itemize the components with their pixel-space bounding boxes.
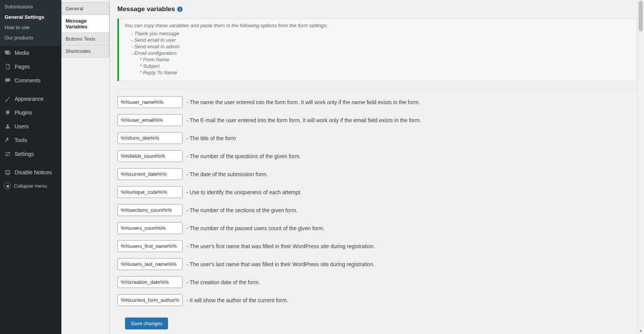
variable-token-input[interactable] [117, 294, 183, 306]
media-icon [4, 49, 12, 57]
page-title: Message variables i [117, 5, 636, 13]
sidebar-sub-submissions[interactable]: Submissions [0, 2, 61, 12]
variable-description: - The number of the passed users count o… [186, 225, 324, 231]
settings-tabs: General Message Variables Buttons Texts … [61, 0, 109, 334]
wp-admin-sidebar: Submissions General Settings How to use … [0, 0, 61, 334]
sidebar-item-appearance[interactable]: Appearance [0, 92, 61, 106]
sidebar-item-label: Users [15, 123, 29, 129]
notices-icon [4, 169, 12, 176]
scrollbar-thumb[interactable] [639, 1, 643, 31]
variable-row: - It will show the author of the current… [117, 294, 636, 306]
sidebar-sub-how-to-use[interactable]: How to use [0, 22, 61, 33]
sidebar-sub-general-settings[interactable]: General Settings [0, 12, 61, 22]
collapse-label: Collapse menu [14, 183, 47, 189]
variable-row: - The user's last name that was filled i… [117, 258, 636, 270]
variable-description: - The number of the sections of the give… [186, 207, 298, 213]
variable-token-input[interactable] [117, 240, 183, 252]
variable-row: - The name the user entered into the for… [117, 96, 636, 108]
users-icon [4, 123, 12, 130]
variable-row: - The date of the submission form. [117, 168, 636, 180]
sidebar-item-disable-notices[interactable]: Disable Notices [0, 165, 61, 179]
variable-row: - The E-mail the user entered into the f… [117, 114, 636, 126]
variable-description: - The number of the questions of the giv… [186, 153, 301, 159]
notice-subline: * Subject [124, 63, 631, 69]
variable-token-input[interactable] [117, 276, 183, 288]
variable-row: - Use to identify the uniqueness of each… [117, 186, 636, 198]
variable-row: - The creation date of the form. [117, 276, 636, 288]
page-title-text: Message variables [117, 5, 175, 13]
sidebar-item-label: Appearance [15, 96, 44, 102]
tab-shortcodes[interactable]: Shortcodes [61, 45, 109, 57]
sidebar-submenu: Submissions General Settings How to use … [0, 0, 61, 46]
variable-description: - The user's first name that was filled … [186, 243, 375, 249]
collapse-menu[interactable]: ◀ Collapse menu [0, 179, 61, 192]
info-icon[interactable]: i [177, 7, 183, 12]
notice-box: You can copy these variables and paste t… [117, 18, 636, 81]
notice-line: - Send email to admin [124, 44, 631, 49]
sidebar-item-tools[interactable]: Tools [0, 133, 61, 147]
sidebar-sub-our-products[interactable]: Our products [0, 33, 61, 43]
sidebar-separator [0, 161, 61, 165]
variable-token-input[interactable] [117, 96, 183, 108]
save-button[interactable]: Save changes [125, 318, 168, 329]
sidebar-item-label: Comments [15, 77, 41, 84]
notice-subline: * From Name [124, 57, 631, 62]
scrollbar-arrow-down-icon[interactable]: ▼ [639, 329, 642, 333]
variable-description: - The name the user entered into the for… [186, 99, 420, 105]
variable-row: - The user's first name that was filled … [117, 240, 636, 252]
notice-line: - Send email to user [124, 37, 631, 43]
sidebar-main-menu: Media Pages Comments Appearance Plugins [0, 46, 61, 179]
variable-token-input[interactable] [117, 114, 183, 126]
tab-general[interactable]: General [61, 2, 109, 15]
settings-icon [4, 150, 12, 158]
sidebar-item-label: Media [15, 50, 29, 56]
vertical-scrollbar[interactable]: ▼ [637, 0, 644, 334]
plugins-icon [4, 109, 12, 116]
sidebar-item-label: Tools [15, 137, 27, 143]
variable-description: - The user's last name that was filled i… [186, 261, 375, 267]
variable-row: - The number of the sections of the give… [117, 204, 636, 216]
variable-description: - The creation date of the form. [186, 279, 260, 285]
save-button-wrap: Save changes [125, 318, 168, 329]
tools-icon [4, 136, 12, 144]
main-area: General Message Variables Buttons Texts … [61, 0, 644, 334]
variable-row: - The number of the passed users count o… [117, 222, 636, 234]
variable-description: - It will show the author of the current… [186, 297, 288, 303]
comments-icon [4, 77, 12, 84]
sidebar-item-label: Plugins [15, 110, 32, 116]
notice-line: - Thank you message [124, 31, 631, 36]
variable-row: - The title of the form [117, 132, 636, 144]
sidebar-item-label: Disable Notices [15, 169, 52, 175]
variable-description: - Use to identify the uniqueness of each… [186, 189, 301, 195]
content-panel: Message variables i You can copy these v… [109, 0, 644, 334]
app-root: Submissions General Settings How to use … [0, 0, 644, 334]
notice-subline: * Reply To Name [124, 70, 631, 75]
sidebar-item-users[interactable]: Users [0, 120, 61, 133]
variable-description: - The E-mail the user entered into the f… [186, 117, 421, 123]
sidebar-separator [0, 87, 61, 92]
variable-description: - The title of the form [186, 135, 236, 141]
tab-buttons-texts[interactable]: Buttons Texts [61, 33, 109, 45]
separator [117, 89, 636, 89]
sidebar-item-pages[interactable]: Pages [0, 60, 61, 74]
pages-icon [4, 63, 12, 70]
appearance-icon [4, 95, 12, 103]
variable-token-input[interactable] [117, 150, 183, 162]
variable-token-input[interactable] [117, 168, 183, 180]
variable-token-input[interactable] [117, 186, 183, 198]
variable-token-input[interactable] [117, 132, 183, 144]
variable-token-input[interactable] [117, 258, 183, 270]
variable-row: - The number of the questions of the giv… [117, 150, 636, 162]
variable-description: - The date of the submission form. [186, 171, 268, 177]
sidebar-item-plugins[interactable]: Plugins [0, 106, 61, 120]
sidebar-item-label: Settings [15, 151, 34, 157]
notice-line: - Email configuration [124, 50, 631, 56]
collapse-icon: ◀ [4, 182, 11, 189]
tab-message-variables[interactable]: Message Variables [61, 15, 109, 33]
variable-token-input[interactable] [117, 222, 183, 234]
sidebar-item-settings[interactable]: Settings [0, 147, 61, 161]
variable-token-input[interactable] [117, 204, 183, 216]
sidebar-item-media[interactable]: Media [0, 46, 61, 60]
sidebar-item-comments[interactable]: Comments [0, 74, 61, 87]
notice-lead: You can copy these variables and paste t… [124, 23, 631, 28]
